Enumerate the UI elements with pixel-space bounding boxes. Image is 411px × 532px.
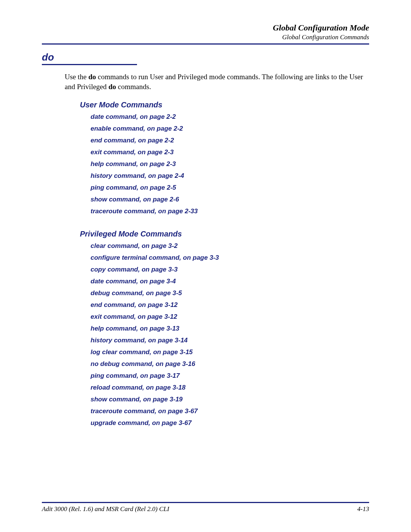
page-header: Global Configuration Mode Global Configu… <box>42 23 369 41</box>
command-link[interactable]: configure terminal command, on page 3-3 <box>91 254 369 262</box>
command-link[interactable]: end command, on page 3-12 <box>91 301 369 309</box>
command-link[interactable]: exit command, on page 3-12 <box>91 313 369 321</box>
user-mode-heading: User Mode Commands <box>80 101 369 109</box>
privileged-mode-heading: Privileged Mode Commands <box>80 230 369 238</box>
command-link[interactable]: enable command, on page 2-2 <box>91 125 369 133</box>
command-link[interactable]: show command, on page 2-6 <box>91 196 369 203</box>
intro-bold-do-1: do <box>88 73 96 81</box>
intro-text: commands. <box>116 83 151 91</box>
command-link[interactable]: exit command, on page 2-3 <box>91 149 369 156</box>
command-link[interactable]: traceroute command, on page 2-33 <box>91 208 369 215</box>
header-title: Global Configuration Mode <box>42 23 369 33</box>
user-mode-link-list: date command, on page 2-2 enable command… <box>91 113 369 215</box>
privileged-mode-link-list: clear command, on page 3-2 configure ter… <box>91 242 369 427</box>
command-link[interactable]: ping command, on page 3-17 <box>91 372 369 380</box>
page: Global Configuration Mode Global Configu… <box>0 0 411 532</box>
command-link[interactable]: date command, on page 2-2 <box>91 113 369 121</box>
footer-row: Adit 3000 (Rel. 1.6) and MSR Card (Rel 2… <box>42 505 369 513</box>
intro-text: Use the <box>65 73 88 81</box>
command-link[interactable]: help command, on page 3-13 <box>91 325 369 332</box>
command-link[interactable]: traceroute command, on page 3-67 <box>91 407 369 415</box>
command-link[interactable]: copy command, on page 3-3 <box>91 266 369 273</box>
footer-left: Adit 3000 (Rel. 1.6) and MSR Card (Rel 2… <box>42 505 169 513</box>
command-link[interactable]: help command, on page 2-3 <box>91 160 369 168</box>
header-subtitle: Global Configuration Commands <box>42 34 369 41</box>
footer-page-number: 4-13 <box>357 505 369 513</box>
command-link[interactable]: debug command, on page 3-5 <box>91 289 369 297</box>
page-footer: Adit 3000 (Rel. 1.6) and MSR Card (Rel 2… <box>42 502 369 513</box>
command-link[interactable]: no debug command, on page 3-16 <box>91 360 369 368</box>
intro-bold-do-2: do <box>108 83 116 91</box>
command-link[interactable]: history command, on page 3-14 <box>91 337 369 344</box>
command-link[interactable]: history command, on page 2-4 <box>91 172 369 180</box>
command-link[interactable]: show command, on page 3-19 <box>91 396 369 403</box>
section-title: do <box>42 51 137 63</box>
intro-paragraph: Use the do commands to run User and Priv… <box>65 72 369 91</box>
footer-rule <box>42 502 369 503</box>
command-link[interactable]: end command, on page 2-2 <box>91 137 369 144</box>
header-rule <box>42 43 369 45</box>
command-link[interactable]: log clear command, on page 3-15 <box>91 348 369 356</box>
section-underline <box>42 64 137 65</box>
command-link[interactable]: clear command, on page 3-2 <box>91 242 369 250</box>
command-link[interactable]: ping command, on page 2-5 <box>91 184 369 192</box>
command-link[interactable]: reload command, on page 3-18 <box>91 384 369 391</box>
command-link[interactable]: upgrade command, on page 3-67 <box>91 419 369 427</box>
command-link[interactable]: date command, on page 3-4 <box>91 278 369 285</box>
section-title-wrap: do <box>42 51 137 70</box>
